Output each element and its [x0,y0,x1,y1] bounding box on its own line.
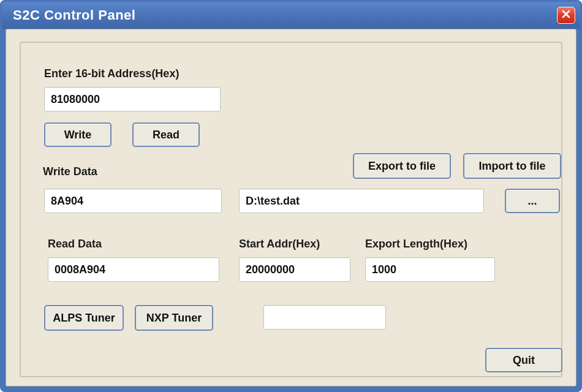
export-length-input[interactable] [365,257,495,282]
read-button[interactable]: Read [132,123,200,147]
write-button[interactable]: Write [44,123,111,147]
file-path-input[interactable] [239,189,484,213]
address-label: Enter 16-bit Address(Hex) [44,67,179,80]
address-input[interactable] [44,87,221,111]
read-data-label: Read Data [48,238,102,251]
app-window: S2C Control Panel Enter 16-bit Address(H… [0,0,582,392]
start-addr-input[interactable] [239,257,350,282]
tuner-status-input[interactable] [263,305,386,330]
read-data-input[interactable] [48,257,219,282]
import-to-file-button[interactable]: Import to file [463,153,561,179]
alps-tuner-button[interactable]: ALPS Tuner [44,305,124,331]
main-panel: Enter 16-bit Address(Hex) Write Read Exp… [20,42,562,377]
start-addr-label: Start Addr(Hex) [239,238,320,251]
export-to-file-button[interactable]: Export to file [353,153,451,179]
titlebar: S2C Control Panel [2,2,580,29]
export-length-label: Export Length(Hex) [365,238,467,251]
write-data-label: Write Data [43,165,97,178]
close-icon [561,9,571,21]
close-button[interactable] [557,7,575,24]
write-data-input[interactable] [44,189,222,213]
quit-button[interactable]: Quit [485,348,562,372]
client-area: Enter 16-bit Address(Hex) Write Read Exp… [6,29,576,386]
window-title: S2C Control Panel [13,7,135,23]
browse-button[interactable]: ... [505,189,560,213]
nxp-tuner-button[interactable]: NXP Tuner [135,305,213,331]
